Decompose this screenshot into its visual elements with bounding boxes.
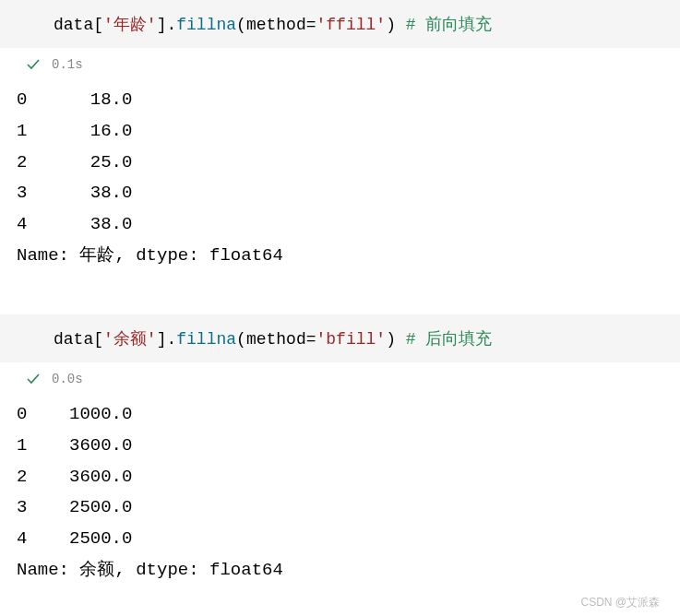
execution-time: 0.1s	[52, 57, 83, 72]
code-equals: =	[306, 330, 316, 349]
code-input[interactable]: data['年龄'].fillna(method='ffill') # 前向填充	[0, 0, 680, 48]
check-icon	[26, 372, 41, 386]
code-input[interactable]: data['余额'].fillna(method='bfill') # 后向填充	[0, 314, 680, 362]
code-paren: (	[236, 330, 246, 349]
code-paren: )	[386, 330, 396, 349]
notebook-cell: data['余额'].fillna(method='bfill') # 后向填充…	[0, 314, 680, 592]
code-kwarg: method	[246, 330, 306, 349]
code-space	[396, 330, 406, 349]
code-comment: # 后向填充	[406, 330, 493, 349]
code-string: '年龄'	[103, 16, 157, 34]
notebook-cell: data['年龄'].fillna(method='ffill') # 前向填充…	[0, 0, 680, 278]
code-line: data['余额'].fillna(method='bfill') # 后向填充	[54, 327, 671, 349]
code-line: data['年龄'].fillna(method='ffill') # 前向填充	[54, 13, 671, 35]
code-kwarg: method	[246, 16, 306, 34]
code-equals: =	[306, 16, 316, 34]
cell-output: 0 18.0 1 16.0 2 25.0 3 38.0 4 38.0 Name:…	[0, 79, 680, 278]
check-icon	[26, 57, 41, 72]
code-bracket: ].	[157, 330, 177, 349]
execution-status: 0.0s	[0, 368, 680, 394]
code-method: fillna	[176, 330, 236, 349]
code-paren: (	[236, 16, 246, 34]
code-method: fillna	[176, 16, 236, 34]
code-variable: data	[54, 16, 93, 34]
code-string: 'bfill'	[316, 330, 387, 349]
execution-status: 0.1s	[0, 53, 680, 79]
code-paren: )	[386, 16, 396, 34]
code-string: 'ffill'	[316, 16, 387, 34]
code-space	[396, 16, 406, 34]
watermark: CSDN @艾派森	[580, 595, 660, 610]
cell-output: 0 1000.0 1 3600.0 2 3600.0 3 2500.0 4 25…	[0, 394, 680, 592]
code-bracket: [	[93, 330, 103, 349]
execution-time: 0.0s	[52, 372, 83, 386]
code-variable: data	[54, 330, 93, 349]
code-comment: # 前向填充	[406, 16, 493, 34]
code-bracket: [	[93, 16, 103, 34]
code-bracket: ].	[157, 16, 177, 34]
code-string: '余额'	[103, 330, 157, 349]
